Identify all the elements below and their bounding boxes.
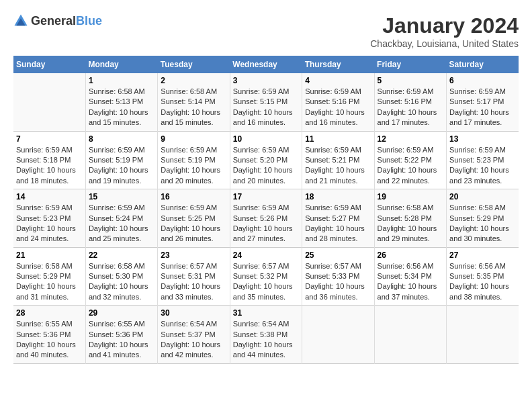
cell-week2-day7: 13Sunrise: 6:59 AMSunset: 5:23 PMDayligh… [447, 131, 519, 189]
cell-line: and 15 minutes. [161, 118, 226, 128]
day-number: 11 [305, 134, 371, 144]
cell-week5-day7 [447, 306, 519, 364]
cell-line: Sunset: 5:29 PM [16, 271, 83, 281]
cell-line: and 29 minutes. [378, 234, 443, 244]
header: GeneralBlue January 2024 Chackbay, Louis… [13, 13, 519, 49]
cell-line: Daylight: 10 hours [233, 340, 299, 350]
cell-line: Sunset: 5:37 PM [161, 330, 226, 340]
day-number: 13 [449, 134, 516, 144]
cell-line: and 40 minutes. [16, 350, 83, 360]
cell-line: Sunrise: 6:55 AM [16, 319, 83, 329]
cell-line: and 38 minutes. [449, 292, 516, 302]
day-number: 30 [161, 308, 226, 318]
cell-line: Sunset: 5:16 PM [305, 97, 371, 107]
cell-week3-day3: 16Sunrise: 6:59 AMSunset: 5:25 PMDayligh… [158, 189, 230, 248]
cell-week2-day1: 7Sunrise: 6:59 AMSunset: 5:18 PMDaylight… [13, 131, 85, 189]
cell-line: and 44 minutes. [233, 350, 299, 360]
logo-text-blue: Blue [76, 14, 102, 28]
cell-week4-day5: 25Sunrise: 6:57 AMSunset: 5:33 PMDayligh… [302, 247, 374, 306]
cell-line: Daylight: 10 hours [305, 165, 371, 175]
cell-week5-day2: 29Sunrise: 6:55 AMSunset: 5:36 PMDayligh… [85, 306, 157, 364]
week-row-2: 7Sunrise: 6:59 AMSunset: 5:18 PMDaylight… [13, 131, 519, 189]
cell-line: Daylight: 10 hours [233, 165, 299, 175]
cell-line: Sunrise: 6:57 AM [305, 261, 371, 271]
cell-line: Sunrise: 6:58 AM [378, 203, 443, 213]
cell-line: Sunset: 5:19 PM [161, 155, 226, 165]
cell-line: Sunrise: 6:59 AM [16, 203, 83, 213]
header-row: Sunday Monday Tuesday Wednesday Thursday… [13, 56, 519, 73]
main-title: January 2024 [370, 13, 519, 38]
cell-line: Sunrise: 6:58 AM [16, 261, 83, 271]
cell-line: Sunrise: 6:59 AM [305, 145, 371, 155]
cell-line: Sunset: 5:30 PM [89, 271, 154, 281]
cell-line: and 17 minutes. [378, 118, 443, 128]
cell-week4-day6: 26Sunrise: 6:56 AMSunset: 5:34 PMDayligh… [374, 247, 446, 306]
day-number: 28 [16, 308, 83, 318]
cell-line: Daylight: 10 hours [305, 224, 371, 234]
cell-line: Sunset: 5:16 PM [378, 97, 443, 107]
week-row-1: 1Sunrise: 6:58 AMSunset: 5:13 PMDaylight… [13, 73, 519, 131]
cell-week1-day6: 5Sunrise: 6:59 AMSunset: 5:16 PMDaylight… [374, 73, 446, 131]
cell-line: Daylight: 10 hours [233, 281, 299, 291]
cell-week2-day6: 12Sunrise: 6:59 AMSunset: 5:22 PMDayligh… [374, 131, 446, 189]
cell-line: Daylight: 10 hours [161, 281, 226, 291]
cell-line: Daylight: 10 hours [89, 281, 154, 291]
cell-line: and 21 minutes. [305, 176, 371, 186]
cell-line: Sunrise: 6:59 AM [233, 203, 299, 213]
cell-week3-day5: 18Sunrise: 6:59 AMSunset: 5:27 PMDayligh… [302, 189, 374, 248]
cell-line: Sunrise: 6:59 AM [161, 145, 226, 155]
cell-line: Sunset: 5:36 PM [16, 330, 83, 340]
cell-line: Sunset: 5:28 PM [378, 214, 443, 224]
cell-week4-day4: 24Sunrise: 6:57 AMSunset: 5:32 PMDayligh… [230, 247, 302, 306]
cell-line: Sunset: 5:15 PM [233, 97, 299, 107]
day-number: 12 [378, 134, 443, 144]
cell-line: Sunset: 5:38 PM [233, 330, 299, 340]
title-area: January 2024 Chackbay, Louisiana, United… [370, 13, 519, 49]
cell-line: and 37 minutes. [378, 292, 443, 302]
cell-line: Sunset: 5:29 PM [449, 214, 516, 224]
day-number: 4 [305, 76, 371, 85]
cell-week2-day3: 9Sunrise: 6:59 AMSunset: 5:19 PMDaylight… [158, 131, 230, 189]
cell-line: and 32 minutes. [89, 292, 154, 302]
cell-line: and 35 minutes. [233, 292, 299, 302]
cell-line: and 28 minutes. [305, 234, 371, 244]
cell-line: Sunset: 5:21 PM [305, 155, 371, 165]
cell-line: Sunset: 5:23 PM [449, 155, 516, 165]
cell-line: Sunset: 5:25 PM [161, 214, 226, 224]
cell-week3-day2: 15Sunrise: 6:59 AMSunset: 5:24 PMDayligh… [85, 189, 157, 248]
cell-line: Sunrise: 6:57 AM [233, 261, 299, 271]
cell-line: Sunrise: 6:59 AM [161, 203, 226, 213]
cell-week5-day5 [302, 306, 374, 364]
day-number: 18 [305, 192, 371, 201]
cell-week5-day3: 30Sunrise: 6:54 AMSunset: 5:37 PMDayligh… [158, 306, 230, 364]
cell-line: Daylight: 10 hours [161, 165, 226, 175]
cell-line: Sunrise: 6:58 AM [449, 203, 516, 213]
cell-line: Sunrise: 6:54 AM [161, 319, 226, 329]
cell-week1-day4: 3Sunrise: 6:59 AMSunset: 5:15 PMDaylight… [230, 73, 302, 131]
cell-line: Daylight: 10 hours [378, 281, 443, 291]
cell-line: Daylight: 10 hours [16, 340, 83, 350]
cell-line: and 42 minutes. [161, 350, 226, 360]
cell-week3-day6: 19Sunrise: 6:58 AMSunset: 5:28 PMDayligh… [374, 189, 446, 248]
cell-week4-day2: 22Sunrise: 6:58 AMSunset: 5:30 PMDayligh… [85, 247, 157, 306]
cell-week2-day4: 10Sunrise: 6:59 AMSunset: 5:20 PMDayligh… [230, 131, 302, 189]
cell-week3-day7: 20Sunrise: 6:58 AMSunset: 5:29 PMDayligh… [447, 189, 519, 248]
cell-week1-day1 [13, 73, 85, 131]
sub-title: Chackbay, Louisiana, United States [370, 38, 519, 49]
day-number: 29 [89, 308, 154, 318]
cell-line: Sunset: 5:19 PM [89, 155, 154, 165]
cell-week5-day6 [374, 306, 446, 364]
cell-line: Sunset: 5:20 PM [233, 155, 299, 165]
cell-line: Sunrise: 6:59 AM [449, 145, 516, 155]
cell-line: and 19 minutes. [89, 176, 154, 186]
day-number: 31 [233, 308, 299, 318]
cell-week3-day1: 14Sunrise: 6:59 AMSunset: 5:23 PMDayligh… [13, 189, 85, 248]
logo: GeneralBlue [13, 13, 102, 28]
cell-week1-day3: 2Sunrise: 6:58 AMSunset: 5:14 PMDaylight… [158, 73, 230, 131]
cell-line: Sunrise: 6:56 AM [378, 261, 443, 271]
cell-line: Sunrise: 6:59 AM [89, 203, 154, 213]
cell-line: Sunrise: 6:59 AM [89, 145, 154, 155]
cell-line: and 15 minutes. [89, 118, 154, 128]
cell-line: and 33 minutes. [161, 292, 226, 302]
cell-line: Sunset: 5:34 PM [378, 271, 443, 281]
